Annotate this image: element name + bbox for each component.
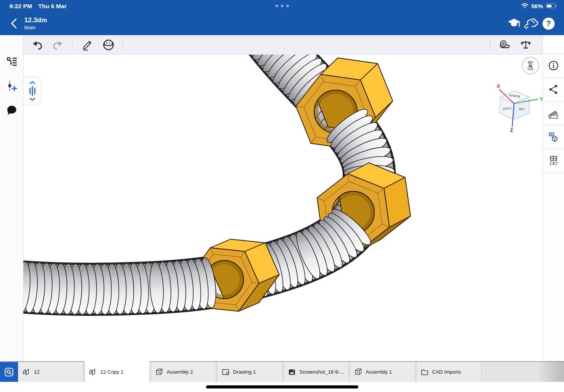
modeling-toolbar bbox=[23, 35, 543, 55]
threaded-rod-model bbox=[23, 55, 543, 361]
redo-icon bbox=[53, 40, 64, 50]
undo-button[interactable] bbox=[30, 38, 44, 52]
redo-button[interactable] bbox=[52, 38, 65, 52]
tab-12-copy-1[interactable]: 12 Copy 1 bbox=[84, 361, 150, 382]
feature-slider-icon bbox=[28, 86, 36, 96]
tab-bar-edge-shadow bbox=[537, 361, 564, 382]
part-studio-icon bbox=[89, 368, 97, 376]
document-header: 12.3dm Main ? bbox=[0, 12, 564, 35]
tab-label: 12 Copy 1 bbox=[100, 369, 123, 375]
status-bar: 9:22 PM Thu 6 Mar 56% bbox=[0, 0, 564, 12]
assembly-icon bbox=[354, 368, 363, 376]
svg-text:(x): (x) bbox=[550, 160, 557, 166]
info-icon bbox=[548, 60, 559, 71]
appearance-button[interactable] bbox=[543, 102, 564, 125]
tab-search-button[interactable] bbox=[0, 362, 18, 382]
help-label: ? bbox=[546, 19, 551, 28]
rotation-lock-button[interactable] bbox=[522, 57, 539, 74]
tab-label: Assembly 1 bbox=[366, 369, 392, 375]
sketch-button[interactable] bbox=[81, 38, 94, 52]
learning-icon bbox=[507, 18, 521, 29]
undo-icon bbox=[32, 40, 43, 50]
model-viewport[interactable]: Bottom Front Left X Y Z bbox=[23, 55, 543, 361]
tab-label: Drawing 1 bbox=[233, 369, 256, 375]
mass-properties-button[interactable] bbox=[519, 38, 532, 52]
tab-label: Assembly 2 bbox=[167, 369, 193, 375]
wifi-icon bbox=[521, 3, 528, 9]
tab-cad-imports[interactable]: CAD Imports bbox=[416, 362, 482, 382]
comment-icon bbox=[6, 105, 18, 116]
share-button[interactable] bbox=[543, 78, 564, 102]
remote-sync-icon bbox=[524, 17, 539, 30]
rotation-lock-icon bbox=[525, 60, 536, 71]
solid-button[interactable] bbox=[102, 38, 115, 52]
tab-search-icon bbox=[4, 367, 14, 378]
insert-feature-icon bbox=[6, 80, 17, 92]
solid-icon bbox=[102, 39, 115, 51]
help-icon: ? bbox=[543, 18, 555, 30]
document-titles: 12.3dm Main bbox=[24, 16, 47, 31]
mass-properties-icon bbox=[520, 39, 532, 51]
tab-assembly-2[interactable]: Assembly 2 bbox=[151, 362, 216, 382]
bottom-strip bbox=[0, 382, 564, 392]
workspace-name: Main bbox=[24, 24, 47, 31]
info-button[interactable] bbox=[543, 54, 564, 78]
home-indicator[interactable] bbox=[206, 385, 358, 388]
toolbar-separator bbox=[123, 39, 123, 51]
battery-percent: 56% bbox=[531, 3, 543, 9]
variables-button[interactable]: (x) bbox=[543, 149, 564, 173]
left-sidebar bbox=[0, 35, 23, 361]
measure-icon bbox=[498, 39, 511, 51]
learning-button[interactable] bbox=[505, 15, 523, 32]
tab-screenshot-16-9-[interactable]: Screenshot_16-9-... bbox=[283, 362, 349, 382]
tab-assembly-1[interactable]: Assembly 1 bbox=[350, 362, 415, 382]
axis-z-label: Z bbox=[510, 128, 513, 133]
measure-button[interactable] bbox=[498, 38, 511, 52]
configurations-icon bbox=[548, 132, 559, 143]
insert-feature-button[interactable] bbox=[3, 77, 20, 94]
share-icon bbox=[548, 84, 559, 94]
part-studio-icon bbox=[22, 368, 31, 376]
battery-icon bbox=[546, 4, 555, 8]
clock-time: 9:22 PM bbox=[9, 3, 32, 9]
clock-date: Thu 6 Mar bbox=[38, 3, 67, 9]
toolbar-separator bbox=[73, 39, 73, 51]
folder-icon bbox=[420, 368, 429, 376]
help-button[interactable]: ? bbox=[540, 15, 557, 32]
axis-x-label: X bbox=[497, 84, 500, 89]
axis-y-label: Y bbox=[540, 96, 543, 102]
toolbar-separator bbox=[490, 39, 490, 51]
feature-drawer-handle[interactable] bbox=[23, 77, 41, 105]
back-icon bbox=[9, 18, 18, 29]
configurations-button[interactable] bbox=[543, 125, 564, 149]
onshape-app: 9:22 PM Thu 6 Mar 56% 12.3dm Main bbox=[0, 0, 564, 392]
assembly-icon bbox=[155, 368, 164, 376]
view-cube-face-left[interactable]: Left bbox=[518, 107, 525, 112]
feature-list-icon bbox=[6, 56, 18, 67]
tab-12[interactable]: 12 bbox=[18, 362, 84, 382]
chevron-down-icon bbox=[29, 98, 36, 101]
document-title: 12.3dm bbox=[24, 16, 47, 24]
variables-icon: (x) bbox=[548, 155, 559, 166]
sketch-icon bbox=[82, 39, 93, 51]
feature-list-button[interactable] bbox=[3, 53, 20, 70]
remote-sync-button[interactable] bbox=[523, 15, 540, 32]
right-sidebar: (x) bbox=[543, 35, 564, 361]
document-tab-bar: 1212 Copy 1Assembly 2Drawing 1Screenshot… bbox=[0, 361, 564, 382]
back-button[interactable] bbox=[7, 15, 20, 32]
tab-drawing-1[interactable]: Drawing 1 bbox=[217, 362, 283, 382]
multitask-dots-icon bbox=[275, 5, 289, 7]
chevron-up-icon bbox=[29, 81, 36, 84]
tabs-container: 1212 Copy 1Assembly 2Drawing 1Screenshot… bbox=[18, 362, 482, 382]
drawing-icon bbox=[221, 368, 230, 376]
appearance-icon bbox=[548, 108, 559, 119]
image-icon bbox=[288, 368, 296, 376]
tab-label: CAD Imports bbox=[432, 369, 461, 375]
view-cube[interactable]: Bottom Front Left X Y Z bbox=[494, 80, 543, 133]
tab-label: 12 bbox=[34, 369, 39, 375]
comment-button[interactable] bbox=[3, 102, 20, 119]
tab-label: Screenshot_16-9-... bbox=[299, 369, 344, 375]
